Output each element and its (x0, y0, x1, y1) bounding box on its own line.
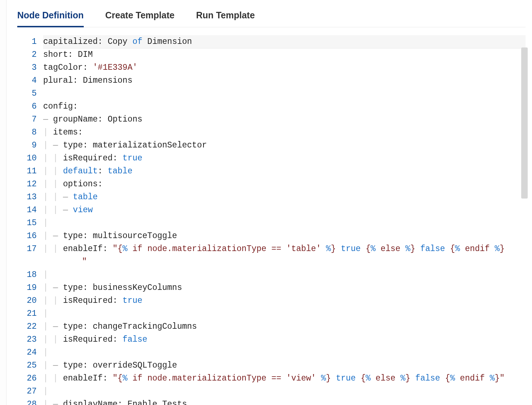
line-number: 15 (17, 217, 37, 229)
line-number: 6 (17, 100, 37, 113)
line-number: 5 (17, 87, 37, 100)
code-line[interactable]: | | enableIf: "{% if node.materializatio… (43, 242, 526, 255)
code-line[interactable]: | — displayName: Enable Tests (43, 398, 526, 405)
line-number (17, 255, 37, 268)
line-number: 16 (17, 229, 37, 242)
code-line[interactable]: | (43, 385, 526, 398)
code-line[interactable]: | | enableIf: "{% if node.materializatio… (43, 372, 526, 385)
code-line[interactable]: " (43, 255, 526, 268)
line-number: 20 (17, 294, 37, 307)
code-line[interactable]: | | isRequired: false (43, 333, 526, 346)
line-number: 9 (17, 139, 37, 152)
code-line[interactable]: | — type: materializationSelector (43, 139, 526, 152)
code-line[interactable]: | (43, 217, 526, 229)
line-number: 14 (17, 204, 37, 217)
code-line[interactable]: tagColor: '#1E339A' (43, 61, 526, 74)
line-number: 27 (17, 385, 37, 398)
code-content[interactable]: capitalized: Copy of Dimensionshort: DIM… (43, 35, 526, 405)
tabbar: Node Definition Create Template Run Temp… (17, 0, 526, 27)
line-number: 26 (17, 372, 37, 385)
line-number: 10 (17, 152, 37, 165)
line-number: 22 (17, 320, 37, 333)
line-number: 8 (17, 126, 37, 139)
line-number: 28 (17, 398, 37, 405)
left-panel-edge[interactable] (0, 0, 6, 405)
code-line[interactable] (43, 87, 526, 100)
line-number: 23 (17, 333, 37, 346)
line-number: 21 (17, 307, 37, 320)
code-line[interactable]: capitalized: Copy of Dimension (43, 35, 526, 48)
code-line[interactable]: | | — view (43, 204, 526, 217)
line-number: 11 (17, 165, 37, 178)
code-line[interactable]: | (43, 307, 526, 320)
line-number: 13 (17, 191, 37, 204)
line-number: 3 (17, 61, 37, 74)
code-line[interactable]: | — type: changeTrackingColumns (43, 320, 526, 333)
line-number: 17 (17, 242, 37, 255)
line-number: 12 (17, 178, 37, 191)
code-line[interactable]: | | isRequired: true (43, 152, 526, 165)
code-line[interactable]: | items: (43, 126, 526, 139)
code-line[interactable]: | — type: multisourceToggle (43, 229, 526, 242)
line-number: 2 (17, 48, 37, 61)
editor-scrollbar[interactable] (521, 47, 528, 199)
line-number-gutter: 1234567891011121314151617181920212223242… (17, 35, 43, 405)
tab-node-definition[interactable]: Node Definition (17, 10, 84, 27)
code-line[interactable]: | (43, 346, 526, 359)
code-line[interactable]: — groupName: Options (43, 113, 526, 126)
code-line[interactable]: short: DIM (43, 48, 526, 61)
line-number: 24 (17, 346, 37, 359)
code-line[interactable]: | (43, 268, 526, 281)
code-editor[interactable]: 1234567891011121314151617181920212223242… (17, 35, 526, 405)
tab-create-template[interactable]: Create Template (105, 10, 175, 27)
line-number: 4 (17, 74, 37, 87)
code-line[interactable]: plural: Dimensions (43, 74, 526, 87)
main-panel: Node Definition Create Template Run Temp… (6, 0, 532, 405)
code-line[interactable]: | — type: businessKeyColumns (43, 281, 526, 294)
tab-run-template[interactable]: Run Template (196, 10, 254, 27)
line-number: 19 (17, 281, 37, 294)
code-line[interactable]: | | default: table (43, 165, 526, 178)
code-line[interactable]: | | options: (43, 178, 526, 191)
line-number: 1 (17, 35, 37, 48)
line-number: 18 (17, 268, 37, 281)
line-number: 7 (17, 113, 37, 126)
code-line[interactable]: | | — table (43, 191, 526, 204)
code-line[interactable]: | — type: overrideSQLToggle (43, 359, 526, 372)
line-number: 25 (17, 359, 37, 372)
code-line[interactable]: config: (43, 100, 526, 113)
code-line[interactable]: | | isRequired: true (43, 294, 526, 307)
